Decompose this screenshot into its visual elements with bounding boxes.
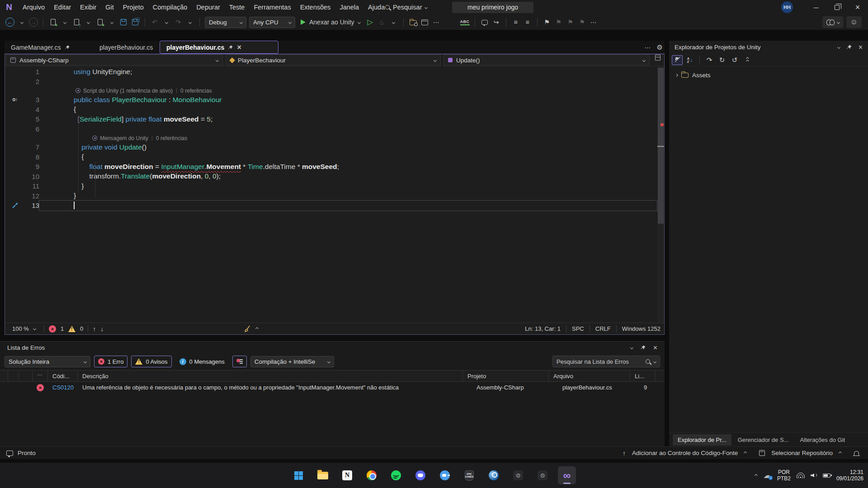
inheritance-glyph-icon[interactable]: O↑ <box>12 97 17 103</box>
type-dropdown[interactable]: PlayerBechaviour <box>226 55 441 66</box>
prev-bookmark-button[interactable]: ⚑ <box>554 17 563 28</box>
code-line-2[interactable]: 2 <box>5 77 664 87</box>
save-all-button[interactable] <box>131 17 140 28</box>
codelens-references-link[interactable]: 0 referências <box>156 135 187 141</box>
navigate-back-button[interactable]: ← <box>5 17 14 28</box>
tool-tab-1[interactable]: Gerenciador de S... <box>733 434 794 446</box>
search-button[interactable]: Pesquisar <box>385 0 427 14</box>
save-button[interactable] <box>119 17 128 28</box>
prev-issue-arrow-icon[interactable]: ↑ <box>93 325 96 333</box>
new-project-dropdown[interactable] <box>60 17 69 28</box>
pin-icon[interactable] <box>228 45 233 50</box>
open-file-button[interactable] <box>72 17 81 28</box>
goto-definition-button[interactable]: ↷ <box>704 55 715 65</box>
add-item-button[interactable] <box>95 17 104 28</box>
visual-studio-icon[interactable]: ∞ <box>558 466 576 484</box>
unity-hub-icon[interactable]: ⚙ <box>509 466 527 484</box>
tool-tab-0[interactable]: Explorador de Pr... <box>673 434 731 446</box>
select-repository-button[interactable]: Selecionar Repositório <box>771 450 833 456</box>
status-segment[interactable]: SPC <box>572 325 584 332</box>
code-line-3[interactable]: O↑3public class PlayerBechaviour : MonoB… <box>5 95 664 105</box>
tree-item-assets[interactable]: Assets <box>675 70 868 80</box>
platform-dropdown[interactable]: Any CPU <box>249 17 295 28</box>
chevron-up-icon[interactable] <box>255 327 259 330</box>
code-area[interactable]: 1using UnityEngine;2Script do Unity (1 r… <box>5 67 664 323</box>
menu-compilação[interactable]: Compilação <box>148 0 192 14</box>
undo-dropdown[interactable] <box>162 17 171 28</box>
toggle-bookmark-button[interactable]: ⚑ <box>542 17 552 28</box>
redo-dropdown[interactable] <box>185 17 194 28</box>
discord-icon[interactable] <box>411 466 429 484</box>
code-line-5[interactable]: 5 [SerializeField] private float moveSee… <box>5 114 664 124</box>
chevron-down-icon[interactable] <box>837 46 840 49</box>
tab-overflow-button[interactable]: ⋯ <box>645 44 651 51</box>
code-line-7[interactable]: 7 private void Update() <box>5 142 664 152</box>
code-line-13[interactable]: 13 <box>5 201 664 211</box>
vertical-scrollbar[interactable] <box>657 67 664 323</box>
quick-actions-screwdriver-icon[interactable] <box>12 202 19 209</box>
warning-count-icon[interactable] <box>68 326 75 332</box>
code-line-1[interactable]: 1using UnityEngine; <box>5 67 664 77</box>
header-code[interactable]: Códi... <box>48 371 78 381</box>
add-source-control-button[interactable]: Adicionar ao Controle do Código-Fonte <box>632 450 738 456</box>
solution-name-box[interactable]: meu primeiro jogo <box>452 2 533 13</box>
status-segment[interactable]: Ln: 13, Car: 1 <box>525 325 561 332</box>
status-segment[interactable]: CRLF <box>595 325 611 332</box>
hot-reload-button[interactable]: ♨ <box>377 17 387 28</box>
error-list-search[interactable]: Pesquisar na Lista de Erros <box>552 356 660 367</box>
messages-filter-button[interactable]: i 0 Mensagens <box>175 356 229 367</box>
steam-icon[interactable] <box>485 466 503 484</box>
toolbar-overflow-button[interactable]: ⋯ <box>432 17 441 28</box>
find-in-files-button[interactable] <box>409 17 418 28</box>
track-active-item-button[interactable] <box>672 55 683 65</box>
battery-icon[interactable] <box>823 474 830 478</box>
copilot-button[interactable] <box>822 16 844 28</box>
codelens-references-link[interactable]: 0 referências <box>180 88 212 94</box>
menu-ferramentas[interactable]: Ferramentas <box>249 0 295 14</box>
code-line-12[interactable]: 12} <box>5 191 664 201</box>
volume-icon[interactable] <box>811 473 817 478</box>
source-filter-dropdown[interactable]: Compilação + IntelliSe <box>250 356 334 367</box>
member-dropdown[interactable]: Update() <box>443 55 650 66</box>
menu-teste[interactable]: Teste <box>225 0 250 14</box>
code-line-11[interactable]: 11 } <box>5 181 664 191</box>
status-segment[interactable]: Windows 1252 <box>622 325 660 332</box>
error-list-header[interactable]: Lista de Erros × <box>0 342 665 354</box>
zoom-icon[interactable] <box>436 466 454 484</box>
wifi-icon[interactable] <box>797 473 805 479</box>
error-table-header-row[interactable]: '''' Códi... Descrição Projeto Arquivo L… <box>0 370 665 382</box>
next-issue-arrow-icon[interactable]: ↓ <box>100 325 104 333</box>
open-file-dropdown[interactable] <box>84 17 93 28</box>
header-line[interactable]: Li... <box>630 371 656 381</box>
close-icon[interactable]: × <box>859 44 863 51</box>
windows-start-icon[interactable] <box>289 466 307 484</box>
redo-button[interactable]: ↷ <box>174 17 183 28</box>
outline-collapse-button[interactable]: ≡ <box>511 17 520 28</box>
code-cleanup-broom-icon[interactable] <box>244 325 251 332</box>
close-icon[interactable]: × <box>653 344 657 352</box>
collapse-all-button[interactable] <box>742 55 753 65</box>
code-line-8[interactable]: 8 { <box>5 152 664 162</box>
menu-arquivo[interactable]: Arquivo <box>18 0 49 14</box>
menu-editar[interactable]: Editar <box>49 0 75 14</box>
tool-tab-2[interactable]: Alterações do Git <box>795 434 850 446</box>
tray-overflow-chevron[interactable] <box>755 474 758 477</box>
menu-depurar[interactable]: Depurar <box>192 0 224 14</box>
zoom-dropdown[interactable]: 100 % <box>9 324 39 334</box>
navigate-back-dropdown[interactable] <box>17 17 26 28</box>
refresh-button[interactable]: ↺ <box>729 55 740 65</box>
unity-editor-icon[interactable]: ⚙ <box>533 466 552 484</box>
navigate-next-edit-button[interactable]: ↪ <box>492 17 501 28</box>
chevron-down-icon[interactable] <box>630 346 633 349</box>
chevron-up-icon[interactable] <box>744 451 747 455</box>
clear-bookmarks-button[interactable]: ⚑ <box>578 17 587 28</box>
navigate-forward-button[interactable]: → <box>29 17 38 28</box>
close-tab-icon[interactable]: × <box>237 44 241 51</box>
clock[interactable]: 12:3109/01/2026 <box>836 469 863 482</box>
document-tab-2[interactable]: playerBehaviour.cs× <box>160 41 278 54</box>
split-window-icon[interactable] <box>655 55 660 61</box>
menu-janela[interactable]: Janela <box>335 0 363 14</box>
spell-check-button[interactable]: ABC <box>460 17 470 28</box>
epic-games-icon[interactable]: EPIC GAMES <box>460 466 478 484</box>
document-tab-1[interactable]: playerBehaviour.cs <box>93 41 160 54</box>
